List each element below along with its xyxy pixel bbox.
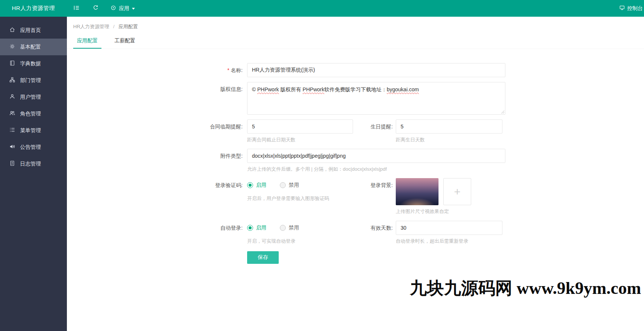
contract-reminder-label: 合同临期提醒: bbox=[67, 119, 247, 143]
sidebar-item-label: 部门管理 bbox=[20, 77, 41, 84]
login-bg-label: 登录背景: bbox=[353, 178, 396, 215]
sidebar-item-label: 基本配置 bbox=[20, 44, 41, 50]
sidebar: 应用首页 基本配置 字典数据 部门管理 用户管理 角色管理 菜单管理 公告管理 … bbox=[0, 17, 67, 331]
collapse-icon bbox=[73, 4, 80, 13]
collapse-sidebar-button[interactable] bbox=[67, 0, 86, 17]
app-config-form: *名称: 版权信息: © PHPwork 版权所有 PHPwork软件免费版学习… bbox=[67, 63, 644, 264]
watermark-text: 九块九源码网 www.9k9ym.com bbox=[410, 277, 641, 300]
radio-selected-icon bbox=[247, 182, 253, 188]
plus-icon: + bbox=[454, 186, 461, 198]
org-chart-icon bbox=[9, 77, 15, 84]
home-icon bbox=[9, 27, 15, 34]
save-button[interactable]: 保存 bbox=[247, 251, 279, 264]
top-header: HR人力资源管理 应用 控制台 bbox=[0, 0, 644, 17]
console-link[interactable]: 控制台 bbox=[619, 5, 644, 12]
log-file-icon bbox=[9, 160, 15, 167]
app-dropdown-label: 应用 bbox=[119, 5, 129, 12]
login-background-image[interactable] bbox=[396, 178, 438, 205]
auto-login-hint: 开启，可实现自动登录 bbox=[247, 238, 353, 245]
upload-image-button[interactable]: + bbox=[443, 178, 471, 205]
sidebar-item-departments[interactable]: 部门管理 bbox=[0, 72, 67, 89]
sidebar-item-label: 字典数据 bbox=[20, 60, 41, 67]
auto-login-label: 自动登录: bbox=[67, 221, 247, 245]
resize-handle[interactable] bbox=[501, 110, 504, 114]
auto-login-disable-radio[interactable]: 禁用 bbox=[280, 225, 299, 231]
captcha-disable-radio[interactable]: 禁用 bbox=[280, 182, 299, 189]
app-icon bbox=[110, 5, 116, 12]
tab-salary-config[interactable]: 工薪配置 bbox=[111, 35, 139, 49]
copyright-textarea[interactable]: © PHPwork 版权所有 PHPwork软件免费版学习下载地址：bygouk… bbox=[247, 82, 505, 115]
name-input[interactable] bbox=[247, 63, 505, 77]
sidebar-item-label: 角色管理 bbox=[20, 111, 41, 117]
sidebar-item-home[interactable]: 应用首页 bbox=[0, 22, 67, 39]
required-asterisk: * bbox=[227, 67, 229, 73]
sidebar-item-label: 应用首页 bbox=[20, 27, 41, 34]
caret-down-icon bbox=[132, 8, 135, 10]
attachment-types-input[interactable] bbox=[247, 149, 505, 163]
tab-app-config[interactable]: 应用配置 bbox=[73, 35, 101, 49]
captcha-enable-radio[interactable]: 启用 bbox=[247, 182, 266, 189]
auto-login-enable-radio[interactable]: 启用 bbox=[247, 225, 266, 231]
sidebar-item-menus[interactable]: 菜单管理 bbox=[0, 122, 67, 139]
list-icon bbox=[9, 127, 15, 134]
captcha-label: 登录验证码: bbox=[67, 178, 247, 215]
auto-login-radio-group: 启用 禁用 bbox=[247, 221, 353, 235]
gear-icon bbox=[9, 43, 15, 50]
captcha-radio-group: 启用 禁用 bbox=[247, 178, 353, 192]
breadcrumb: HR人力资源管理 / 应用配置 bbox=[67, 17, 644, 30]
valid-days-hint: 自动登录时长，超出后需重新登录 bbox=[396, 238, 502, 245]
refresh-icon bbox=[93, 4, 99, 12]
users-icon bbox=[9, 110, 15, 117]
sidebar-item-dictionary[interactable]: 字典数据 bbox=[0, 55, 67, 72]
copyright-text: © PHPwork 版权所有 PHPwork软件免费版学习下载地址：bygouk… bbox=[252, 86, 419, 92]
birthday-reminder-hint: 距离生日天数 bbox=[396, 137, 502, 143]
console-icon bbox=[619, 5, 625, 12]
console-label: 控制台 bbox=[627, 5, 643, 12]
copyright-label: 版权信息: bbox=[67, 82, 247, 115]
attachment-types-label: 附件类型: bbox=[67, 149, 247, 173]
valid-days-input[interactable] bbox=[396, 221, 502, 235]
breadcrumb-current: 应用配置 bbox=[119, 24, 138, 29]
attachment-types-hint: 允许上传的文件后缀。多个用 | 分隔，例如：doc|docx|xlsx|xls|… bbox=[247, 166, 505, 173]
sidebar-item-label: 公告管理 bbox=[20, 144, 41, 151]
sidebar-item-basic-config[interactable]: 基本配置 bbox=[0, 39, 67, 55]
radio-selected-icon bbox=[247, 225, 253, 231]
book-icon bbox=[9, 60, 15, 67]
name-label: *名称: bbox=[67, 63, 247, 77]
birthday-reminder-input[interactable] bbox=[396, 119, 502, 134]
sidebar-item-announcements[interactable]: 公告管理 bbox=[0, 139, 67, 155]
sidebar-item-logs[interactable]: 日志管理 bbox=[0, 155, 67, 172]
contract-reminder-hint: 距离合同截止日期天数 bbox=[247, 137, 353, 143]
breadcrumb-separator: / bbox=[113, 24, 114, 29]
sidebar-item-label: 用户管理 bbox=[20, 94, 41, 101]
app-dropdown[interactable]: 应用 bbox=[105, 5, 140, 12]
sidebar-item-users[interactable]: 用户管理 bbox=[0, 89, 67, 105]
radio-unselected-icon bbox=[280, 225, 286, 231]
user-icon bbox=[9, 94, 15, 101]
contract-reminder-input[interactable] bbox=[247, 119, 353, 134]
app-title: HR人力资源管理 bbox=[0, 5, 67, 12]
login-bg-hint: 上传图片尺寸视效果自定 bbox=[396, 208, 471, 215]
radio-unselected-icon bbox=[280, 182, 286, 188]
sidebar-item-label: 菜单管理 bbox=[20, 127, 41, 134]
speaker-icon bbox=[9, 144, 15, 151]
breadcrumb-root[interactable]: HR人力资源管理 bbox=[73, 24, 109, 29]
tab-bar: 应用配置 工薪配置 bbox=[67, 35, 644, 49]
valid-days-label: 有效天数: bbox=[353, 221, 396, 245]
birthday-reminder-label: 生日提醒: bbox=[353, 119, 396, 143]
sidebar-item-label: 日志管理 bbox=[20, 161, 41, 167]
captcha-hint: 开启后，用户登录需要输入图形验证码 bbox=[247, 195, 353, 202]
refresh-button[interactable] bbox=[86, 0, 105, 17]
sidebar-item-roles[interactable]: 角色管理 bbox=[0, 105, 67, 122]
